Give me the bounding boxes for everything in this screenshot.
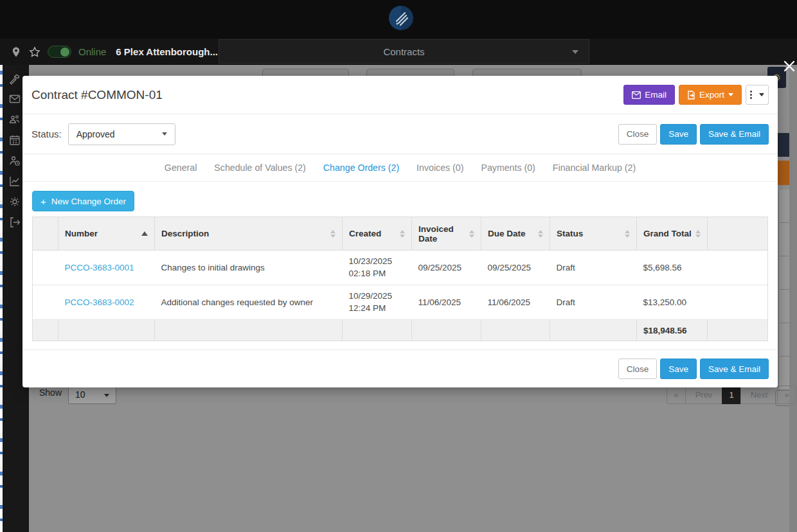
invoiced-date-cell: 09/25/2025 bbox=[412, 251, 481, 285]
modal-title: Contract #COMMON-01 bbox=[31, 88, 163, 102]
save-button[interactable]: Save bbox=[660, 124, 697, 145]
save-button[interactable]: Save bbox=[660, 359, 697, 379]
tab-financial-markup[interactable]: Financial Markup (2) bbox=[553, 163, 636, 173]
export-button[interactable]: Export bbox=[679, 85, 742, 105]
grand-total-cell: $13,250.00 bbox=[637, 285, 708, 320]
page-size-select[interactable]: 10 bbox=[68, 385, 116, 404]
status-row: Status: Approved Close Save Save & Email bbox=[22, 114, 778, 154]
pagination-last-button[interactable]: » bbox=[777, 386, 796, 404]
table-row: PCCO-3683-0001 Changes to initial drawin… bbox=[33, 251, 768, 285]
team-icon[interactable] bbox=[8, 113, 21, 126]
app-top-bar bbox=[0, 0, 797, 39]
row-empty-cell bbox=[33, 251, 58, 285]
file-export-icon bbox=[687, 91, 695, 100]
new-change-order-button[interactable]: + New Change Order bbox=[32, 191, 134, 211]
location-pin-icon[interactable] bbox=[10, 46, 22, 58]
change-order-link[interactable]: PCCO-3683-0002 bbox=[65, 297, 134, 307]
description-cell: Additional changes requested by owner bbox=[155, 285, 343, 320]
status-label: Status: bbox=[31, 129, 62, 139]
calendar-icon[interactable] bbox=[8, 134, 21, 146]
status-cell: Draft bbox=[550, 251, 637, 285]
sort-asc-icon bbox=[141, 231, 148, 236]
tab-general[interactable]: General bbox=[165, 163, 197, 173]
tab-schedule-of-values[interactable]: Schedule of Values (2) bbox=[214, 163, 305, 173]
project-name[interactable]: 6 Plex Attenborough... bbox=[116, 46, 218, 57]
grand-total-cell: $5,698.56 bbox=[637, 251, 708, 285]
header-invoiced-date[interactable]: Invoiced Date bbox=[412, 217, 481, 251]
tab-invoices[interactable]: Invoices (0) bbox=[416, 163, 463, 173]
chevron-down-icon bbox=[728, 93, 733, 96]
sort-icon bbox=[400, 230, 405, 238]
email-button-label: Email bbox=[645, 90, 667, 100]
pagination-prev-button[interactable]: Prev bbox=[685, 386, 722, 404]
online-toggle[interactable] bbox=[48, 46, 71, 58]
page-size-value: 10 bbox=[75, 389, 85, 400]
header-empty bbox=[33, 217, 58, 251]
sort-icon bbox=[538, 230, 543, 238]
chevron-down-icon bbox=[162, 132, 167, 136]
table-header-row: Number Description Created Invoiced Date… bbox=[33, 217, 768, 251]
close-icon[interactable] bbox=[783, 60, 796, 73]
toggle-knob bbox=[60, 48, 69, 57]
row-empty-cell bbox=[708, 285, 768, 320]
sort-icon bbox=[695, 230, 701, 238]
pagination-next-button[interactable]: Next bbox=[740, 386, 778, 404]
header-due-date[interactable]: Due Date bbox=[481, 217, 550, 251]
header-status[interactable]: Status bbox=[550, 217, 637, 251]
email-button[interactable]: Email bbox=[623, 85, 675, 105]
table-totals-row: $18,948.56 bbox=[33, 320, 768, 341]
chevron-down-icon bbox=[572, 50, 578, 54]
row-empty-cell bbox=[33, 285, 58, 320]
tab-change-orders[interactable]: Change Orders (2) bbox=[323, 163, 399, 173]
pagination-current-page[interactable]: 1 bbox=[722, 386, 741, 404]
due-date-cell: 11/06/2025 bbox=[481, 285, 550, 320]
header-created[interactable]: Created bbox=[343, 217, 412, 251]
due-date-cell: 09/25/2025 bbox=[481, 251, 550, 285]
table-row: PCCO-3683-0002 Additional changes reques… bbox=[33, 285, 768, 320]
created-cell: 10/29/202512:24 PM bbox=[343, 285, 412, 320]
status-cell: Draft bbox=[550, 285, 637, 320]
grand-total-sum: $18,948.56 bbox=[637, 320, 708, 341]
invoiced-date-cell: 11/06/2025 bbox=[412, 285, 481, 320]
more-options-button[interactable] bbox=[746, 85, 769, 105]
save-and-email-button[interactable]: Save & Email bbox=[700, 359, 769, 379]
plus-icon: + bbox=[40, 196, 46, 207]
hammer-icon[interactable] bbox=[8, 72, 21, 85]
close-button[interactable]: Close bbox=[618, 124, 658, 145]
modal-header: Contract #COMMON-01 Email Export bbox=[22, 76, 778, 114]
header-empty bbox=[708, 217, 768, 251]
online-status-label: Online bbox=[78, 46, 106, 57]
signout-icon[interactable] bbox=[8, 216, 21, 229]
header-description[interactable]: Description bbox=[155, 217, 343, 251]
header-number[interactable]: Number bbox=[58, 217, 155, 251]
scrollbar-track[interactable] bbox=[789, 65, 797, 532]
pagination-first-button[interactable]: « bbox=[667, 386, 686, 404]
gear-icon[interactable] bbox=[8, 195, 21, 208]
envelope-icon[interactable] bbox=[8, 93, 21, 105]
status-select[interactable]: Approved bbox=[68, 123, 175, 145]
module-dropdown-value: Contracts bbox=[383, 46, 424, 57]
pagination: « Prev 1 Next » bbox=[667, 386, 796, 404]
chart-icon[interactable] bbox=[8, 175, 21, 188]
sort-icon bbox=[330, 230, 336, 238]
change-order-link[interactable]: PCCO-3683-0001 bbox=[65, 263, 134, 272]
module-dropdown[interactable]: Contracts bbox=[219, 39, 589, 64]
app-logo[interactable] bbox=[388, 4, 415, 31]
envelope-icon bbox=[632, 91, 641, 99]
created-cell: 10/23/202502:18 PM bbox=[343, 251, 412, 285]
modal-footer: Close Save Save & Email bbox=[22, 350, 778, 387]
tab-payments[interactable]: Payments (0) bbox=[481, 163, 535, 173]
modal-tabs: General Schedule of Values (2) Change Or… bbox=[22, 154, 778, 182]
chevron-down-icon bbox=[104, 394, 109, 397]
save-and-email-button[interactable]: Save & Email bbox=[700, 124, 769, 145]
user-clock-icon[interactable] bbox=[8, 154, 21, 167]
sort-icon bbox=[469, 230, 474, 238]
favorite-star-icon[interactable] bbox=[29, 46, 40, 58]
row-empty-cell bbox=[708, 251, 768, 285]
close-button[interactable]: Close bbox=[618, 359, 658, 379]
header-grand-total[interactable]: Grand Total bbox=[637, 217, 708, 251]
description-cell: Changes to initial drawings bbox=[155, 251, 343, 285]
chevron-down-icon bbox=[759, 93, 764, 96]
export-button-label: Export bbox=[699, 90, 724, 100]
sort-icon bbox=[625, 230, 630, 238]
